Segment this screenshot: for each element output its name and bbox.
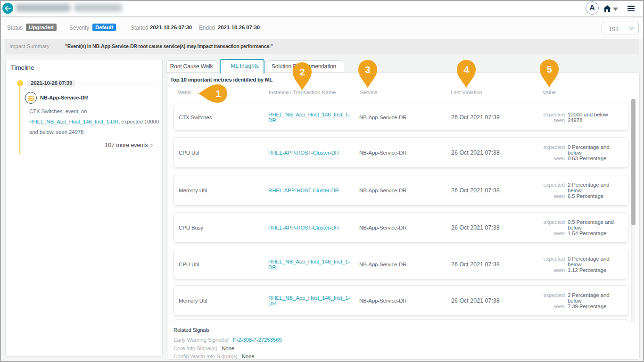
svg-text:2: 2 (299, 66, 305, 77)
svg-text:5: 5 (546, 64, 552, 74)
svg-text:3: 3 (365, 64, 371, 75)
svg-text:1: 1 (215, 88, 221, 99)
svg-text:4: 4 (463, 64, 469, 75)
